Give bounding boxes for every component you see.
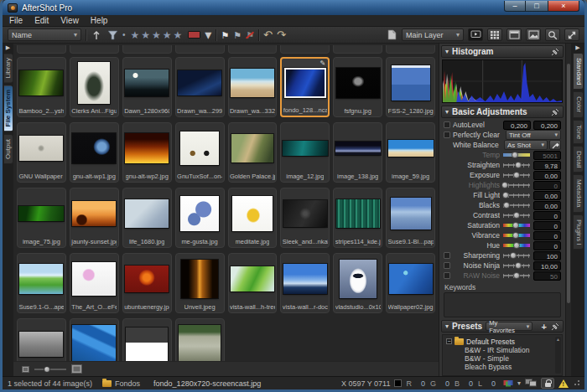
left-panel-tab[interactable]: Library	[3, 53, 13, 83]
left-panel-tab[interactable]: Output	[3, 134, 13, 164]
adjustment-value[interactable]: 10,00	[533, 261, 561, 271]
star-icon[interactable]: ★	[174, 29, 184, 41]
preset-item[interactable]: B&W - IR Simulation	[446, 346, 560, 354]
thumbnail-cell[interactable]: ✎ image_59.jpg	[386, 122, 435, 183]
filter-icon[interactable]	[106, 28, 118, 42]
slider-track[interactable]	[503, 212, 530, 219]
minimize-button[interactable]: –	[504, 1, 526, 12]
slider-track[interactable]	[503, 242, 530, 250]
flag-clear-icon[interactable]: ⚑	[246, 29, 254, 41]
close-button[interactable]: ×	[548, 1, 579, 12]
image-view-button[interactable]	[526, 28, 541, 41]
fullscreen-button[interactable]	[564, 28, 579, 41]
thumbnail-cell[interactable]: ✎ meditate.jpg	[228, 188, 278, 248]
thumbnail-cell[interactable]: ✎ Sleek_and...nkahn.jpg	[280, 188, 330, 248]
autolevel-checkbox[interactable]	[444, 121, 450, 128]
slider-track[interactable]	[503, 262, 530, 270]
thumbnail-cell[interactable]: ✎ stripes114_kde.jpg	[333, 188, 382, 248]
slider-track[interactable]	[503, 182, 530, 189]
white-balance-dropper-button[interactable]	[549, 140, 561, 150]
adjustment-value[interactable]: 0,00	[533, 171, 561, 180]
slider-knob[interactable]	[515, 162, 522, 168]
sort-field-select[interactable]: Name ▾	[8, 28, 81, 41]
basic-adjustments-header[interactable]: ▾ Basic Adjustments	[441, 106, 564, 118]
thumbnail-cell[interactable]: ✎ Suse9.1-Bl...papers.jpg	[386, 188, 435, 248]
preset-item[interactable]: B&W - Simple	[446, 354, 560, 363]
slider-track[interactable]	[503, 272, 530, 280]
collapse-section-icon[interactable]: ▾	[445, 322, 449, 330]
right-panel-tab[interactable]: Color	[573, 91, 584, 117]
thumbnail-size-slider[interactable]	[34, 369, 66, 370]
thumbnail-cell[interactable]: ✎ vista-wall...h-tree.jpg	[228, 253, 278, 313]
preset-item[interactable]: Bleach Bypass	[446, 363, 560, 371]
browse-view-button[interactable]	[506, 28, 522, 41]
magnifier-button[interactable]	[545, 28, 560, 41]
slider-knob[interactable]	[510, 252, 517, 259]
lock-toggle-button[interactable]	[541, 378, 554, 389]
collapse-folder-icon[interactable]: −	[446, 338, 452, 344]
pin-icon[interactable]	[551, 108, 559, 116]
adjustment-value[interactable]: 50	[533, 271, 561, 281]
pin-icon[interactable]	[551, 322, 559, 331]
menu-item[interactable]: View	[60, 16, 79, 25]
rotate-right-icon[interactable]: ↷	[277, 29, 286, 41]
thumbnail-cell[interactable]: ✎	[175, 318, 225, 361]
slider-track[interactable]	[503, 162, 530, 169]
menu-item[interactable]: Help	[91, 16, 108, 25]
white-balance-select[interactable]: As Shot ▾	[504, 140, 548, 150]
thumbnail-cell[interactable]: ✎ gnu-alt-wp2.jpg	[122, 122, 172, 183]
presets-scrollbar[interactable]	[555, 337, 561, 374]
right-panel-tab[interactable]: Standard	[573, 53, 584, 90]
keywords-input[interactable]	[444, 292, 561, 317]
thumbnail-cell[interactable]: ✎ Golden Palace.jpg	[228, 122, 278, 183]
thumbnail-cell[interactable]: ✎ GNU Wallpaper 2.jpg	[17, 122, 66, 183]
thumbnail-cell[interactable]: ✎ vladstudio...0x1024.jpg	[333, 253, 382, 313]
thumbnail-cell[interactable]: ✎ image_12.jpg	[280, 122, 330, 183]
zero-star-icon[interactable]: •	[122, 30, 126, 39]
thumbnail-cell[interactable]: ✎ fsfgnu.jpg	[333, 57, 382, 117]
sort-ascending-icon[interactable]	[91, 28, 102, 42]
autolevel-high-value[interactable]: 0,200	[533, 121, 561, 130]
pin-icon[interactable]	[551, 48, 559, 56]
rotate-left-icon[interactable]: ↶	[263, 29, 273, 41]
collapse-left-panel-icon[interactable]: ▶	[6, 44, 10, 52]
slider-knob[interactable]	[512, 152, 518, 158]
thumbnail-cell[interactable]: ✎ gnu-alt-wp1.jpg	[70, 122, 119, 183]
thumbnail-cell[interactable]: ✎ Unveil.jpeg	[175, 253, 225, 313]
adjustment-value[interactable]: 0	[533, 181, 561, 190]
right-panel-tab[interactable]: Plugins I	[573, 214, 584, 250]
flag-set-icon[interactable]: ⚑	[221, 29, 229, 41]
autolevel-low-value[interactable]: 0,200	[503, 121, 531, 130]
collapse-section-icon[interactable]: ▾	[445, 48, 449, 55]
thumbnail-cell[interactable]: ✎ FSS-2_1280.jpg	[386, 57, 435, 117]
maximize-button[interactable]: □	[526, 1, 548, 12]
presets-header[interactable]: ▾ Presets My Favorites ▾ +	[441, 320, 564, 333]
star-icon[interactable]: ★	[141, 29, 152, 41]
slider-track[interactable]	[503, 252, 530, 260]
right-panel-tab[interactable]: Detail	[573, 146, 584, 173]
adjustment-checkbox[interactable]	[444, 262, 450, 269]
warning-icon[interactable]	[558, 379, 569, 388]
slider-knob[interactable]	[515, 262, 522, 269]
right-panel-tab[interactable]: Tone	[573, 120, 584, 144]
thumbnail-cell[interactable]: ✎	[17, 318, 66, 361]
thumbnail-cell[interactable]: ✎ Dawn_1280x960.jpg	[122, 57, 172, 117]
resize-grip[interactable]	[573, 380, 579, 387]
star-icon[interactable]: ★	[163, 29, 174, 41]
slider-knob[interactable]	[512, 232, 519, 239]
adjustment-value[interactable]: 5001	[533, 151, 561, 160]
histogram-header[interactable]: ▾ Histogram	[441, 45, 564, 58]
adjustment-value[interactable]: 0	[533, 221, 561, 230]
slideshow-button[interactable]	[468, 28, 483, 41]
thumbnail-cell[interactable]: ✎ Drawn_wa...299_.jpg	[175, 57, 225, 117]
adjustment-checkbox[interactable]	[444, 252, 450, 259]
collapse-section-icon[interactable]: ▾	[445, 108, 449, 116]
layer-select[interactable]: Main Layer ▾	[402, 28, 464, 41]
adjustment-checkbox[interactable]	[444, 272, 450, 279]
slider-knob[interactable]	[501, 182, 508, 188]
slider-knob[interactable]	[513, 212, 520, 219]
thumbnail-cell[interactable]: ✎ Suse9.1-G...apers.jpg	[17, 253, 66, 313]
add-preset-button[interactable]: +	[542, 322, 547, 332]
thumbnail-cell[interactable]: ✎ image_138.jpg	[333, 122, 382, 183]
slider-track[interactable]	[503, 192, 530, 199]
